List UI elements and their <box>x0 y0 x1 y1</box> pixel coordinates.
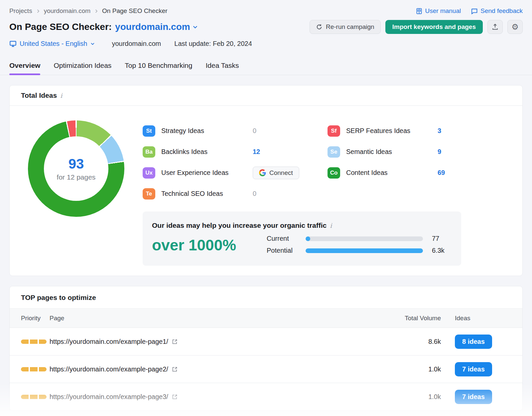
potential-traffic-value: 6.3k <box>432 247 445 254</box>
upload-icon <box>491 23 499 31</box>
import-keywords-button[interactable]: Import keywords and pages <box>385 20 483 34</box>
backlinks-count[interactable]: 12 <box>253 148 260 156</box>
chevron-down-icon <box>192 24 198 30</box>
google-logo-icon <box>259 169 266 176</box>
total-volume: 1.0k <box>398 393 441 401</box>
user-experience-badge: Ux <box>143 167 155 179</box>
on-page-seo-checker-app: Projects yourdomain.com On Page SEO Chec… <box>0 0 532 411</box>
ideas-count-button[interactable]: 8 ideas <box>455 335 492 349</box>
top-links: User manual Send feedback <box>416 7 523 15</box>
external-link-icon[interactable] <box>172 339 178 345</box>
traffic-panel-title: Our ideas may help you increase your org… <box>152 221 327 229</box>
current-traffic-bar <box>306 236 423 241</box>
strategy-count: 0 <box>253 127 256 135</box>
last-update-label: Last update: Feb 20, 2024 <box>174 40 252 48</box>
table-row: https://yourdomain.com/example-page3/ 1.… <box>10 383 522 410</box>
tab-optimization-ideas[interactable]: Optimization Ideas <box>54 62 111 75</box>
chevron-down-icon <box>90 41 95 46</box>
google-connect-button[interactable]: Connect <box>253 167 299 179</box>
priority-indicator <box>21 395 50 399</box>
tabs-bar: Overview Optimization Ideas Top 10 Bench… <box>0 62 532 75</box>
breadcrumb-domain[interactable]: yourdomain.com <box>44 7 90 15</box>
ideas-count-button[interactable]: 7 ideas <box>455 390 492 404</box>
category-row-content: Co Content Ideas 69 <box>328 162 512 183</box>
serp-features-count[interactable]: 3 <box>438 127 441 135</box>
current-traffic-row: Current 77 <box>267 235 452 242</box>
page-title: On Page SEO Checker: yourdomain.com <box>9 22 198 32</box>
ideas-count-button[interactable]: 7 ideas <box>455 362 492 376</box>
potential-traffic-bar <box>306 248 423 253</box>
semantic-count[interactable]: 9 <box>438 148 441 156</box>
external-link-icon[interactable] <box>172 394 178 400</box>
content-count[interactable]: 69 <box>438 169 445 177</box>
title-row: On Page SEO Checker: yourdomain.com Re-r… <box>0 20 532 34</box>
export-button[interactable] <box>487 20 503 34</box>
send-feedback-link[interactable]: Send feedback <box>471 7 523 15</box>
content-badge: Co <box>328 167 340 179</box>
page-url: https://yourdomain.com/example-page2/ <box>50 365 168 373</box>
category-row-strategy: St Strategy Ideas 0 <box>143 120 328 141</box>
backlinks-badge: Ba <box>143 146 155 158</box>
strategy-badge: St <box>143 125 155 137</box>
external-link-icon[interactable] <box>172 366 178 372</box>
total-ideas-donut: 93 for 12 pages <box>28 120 124 217</box>
chevron-right-icon <box>94 9 99 14</box>
current-traffic-value: 77 <box>432 235 439 242</box>
category-row-backlinks: Ba Backlinks Ideas 12 <box>143 141 328 162</box>
table-header: Priority Page Total Volume Ideas <box>10 308 522 328</box>
technical-seo-count: 0 <box>253 190 256 198</box>
category-row-semantic: Se Semantic Ideas 9 <box>328 141 512 162</box>
settings-button[interactable]: ⚙ <box>507 20 523 34</box>
locale-dropdown[interactable]: United States - English <box>9 40 95 48</box>
breadcrumb-current: On Page SEO Checker <box>102 7 167 15</box>
user-manual-link[interactable]: User manual <box>416 7 461 15</box>
serp-features-badge: Sf <box>328 125 340 137</box>
priority-indicator <box>21 340 50 344</box>
table-row: https://yourdomain.com/example-page2/ 1.… <box>10 355 522 383</box>
refresh-icon <box>316 24 323 30</box>
tab-overview[interactable]: Overview <box>9 62 40 75</box>
technical-seo-badge: Te <box>143 188 155 200</box>
total-volume: 1.0k <box>398 365 441 373</box>
chat-bubble-icon <box>471 8 478 15</box>
subheader-domain: yourdomain.com <box>112 40 161 48</box>
chevron-right-icon <box>36 9 41 14</box>
page-url: https://yourdomain.com/example-page3/ <box>50 393 168 401</box>
table-row: https://yourdomain.com/example-page1/ 8.… <box>10 328 522 355</box>
rerun-campaign-button[interactable]: Re-run campaign <box>310 20 381 34</box>
gear-icon: ⚙ <box>511 23 519 31</box>
total-ideas-card: Total Ideas i 93 for 12 pages <box>9 85 523 276</box>
donut-total-label: for 12 pages <box>57 173 96 181</box>
campaign-domain-dropdown[interactable]: yourdomain.com <box>115 22 198 32</box>
total-volume: 8.6k <box>398 338 441 346</box>
idea-categories-left: St Strategy Ideas 0 Ba Backlinks Ideas 1… <box>143 120 328 204</box>
topbar: Projects yourdomain.com On Page SEO Chec… <box>0 0 532 15</box>
category-row-serp-features: Sf SERP Features Ideas 3 <box>328 120 512 141</box>
tab-top-10-benchmarking[interactable]: Top 10 Benchmarking <box>125 62 192 75</box>
traffic-highlight: over 1000% <box>152 236 267 254</box>
category-row-user-experience: Ux User Experience Ideas Connect <box>143 162 328 183</box>
tab-idea-tasks[interactable]: Idea Tasks <box>205 62 239 75</box>
traffic-panel: Our ideas may help you increase your org… <box>143 211 461 266</box>
priority-indicator <box>21 367 50 371</box>
monitor-icon <box>9 40 17 48</box>
top-pages-card: TOP pages to optimize Priority Page Tota… <box>9 286 523 411</box>
subheader: United States - English yourdomain.com L… <box>0 40 532 48</box>
potential-traffic-row: Potential 6.3k <box>267 247 452 254</box>
info-icon[interactable]: i <box>60 92 62 99</box>
category-row-technical-seo: Te Technical SEO Ideas 0 <box>143 183 328 204</box>
top-pages-title: TOP pages to optimize <box>21 294 96 301</box>
breadcrumb-projects[interactable]: Projects <box>9 7 32 15</box>
page-url: https://yourdomain.com/example-page1/ <box>50 338 168 346</box>
donut-total-value: 93 <box>68 156 84 172</box>
info-icon[interactable]: i <box>330 222 332 229</box>
book-icon <box>416 8 423 15</box>
semantic-badge: Se <box>328 146 340 158</box>
idea-categories-right: Sf SERP Features Ideas 3 Se Semantic Ide… <box>328 120 512 204</box>
total-ideas-title: Total Ideas <box>21 91 57 99</box>
breadcrumb: Projects yourdomain.com On Page SEO Chec… <box>9 7 168 15</box>
toolbar: Re-run campaign Import keywords and page… <box>310 20 523 34</box>
